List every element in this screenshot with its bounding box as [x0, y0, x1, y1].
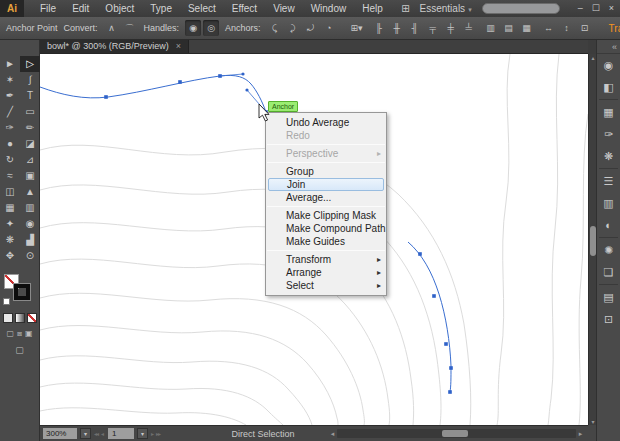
- lasso-tool[interactable]: ∫: [20, 72, 40, 88]
- align-to-selection-icon[interactable]: ⊡: [577, 20, 593, 36]
- distribute-vertical-icon[interactable]: ▤: [501, 20, 517, 36]
- v-spacing-icon[interactable]: ↕: [559, 20, 575, 36]
- screen-mode-button[interactable]: ▢: [0, 345, 39, 355]
- column-graph-tool[interactable]: ▟: [20, 232, 40, 248]
- align-center-h-icon[interactable]: ╫: [389, 20, 405, 36]
- menu-item-transform[interactable]: Transform▸: [266, 253, 386, 266]
- pencil-tool[interactable]: ✏: [20, 120, 40, 136]
- menu-item-select[interactable]: Select▸: [266, 279, 386, 292]
- blend-tool[interactable]: ◉: [20, 216, 40, 232]
- color-panel-icon[interactable]: ◉: [597, 54, 620, 76]
- menu-item-make-compound-path[interactable]: Make Compound Path: [266, 222, 386, 235]
- menu-file[interactable]: File: [32, 0, 64, 17]
- menu-edit[interactable]: Edit: [64, 0, 97, 17]
- selection-tool[interactable]: ►: [0, 56, 20, 72]
- close-button[interactable]: ×: [609, 0, 614, 17]
- draw-behind-icon[interactable]: ⧈: [17, 329, 22, 339]
- menu-view[interactable]: View: [265, 0, 303, 17]
- artboards-icon[interactable]: ⊡: [597, 308, 620, 330]
- menu-item-average[interactable]: Average...: [266, 191, 386, 204]
- search-input[interactable]: [482, 3, 560, 14]
- align-left-icon[interactable]: ╟: [371, 20, 387, 36]
- vertical-scrollbar[interactable]: ▴ ▾: [588, 54, 596, 425]
- document-tab[interactable]: bowl* @ 300% (RGB/Preview) ×: [40, 40, 189, 53]
- menu-help[interactable]: Help: [354, 0, 391, 17]
- menu-item-join[interactable]: Join: [268, 178, 384, 191]
- align-menu-icon[interactable]: ⊞▾: [349, 20, 365, 36]
- prev-artboard-button[interactable]: ◂: [101, 430, 103, 437]
- color-mode-button[interactable]: [3, 313, 13, 323]
- gradient-mode-button[interactable]: [15, 313, 25, 323]
- zoom-tool[interactable]: ⊙: [20, 248, 40, 264]
- direct-selection-tool[interactable]: ▷: [20, 56, 40, 72]
- menu-item-make-clipping-mask[interactable]: Make Clipping Mask: [266, 209, 386, 222]
- graphic-styles-icon[interactable]: ❏: [597, 261, 620, 283]
- hide-handles-icon[interactable]: ◎: [203, 20, 219, 36]
- paintbrush-tool[interactable]: ✑: [0, 120, 20, 136]
- add-anchor-icon[interactable]: ⤸: [285, 20, 301, 36]
- stroke-swatch[interactable]: [14, 284, 30, 300]
- isolate-selected-icon[interactable]: ◔: [321, 20, 337, 36]
- none-mode-button[interactable]: [27, 313, 37, 323]
- zoom-dropdown-button[interactable]: ▾: [80, 428, 91, 439]
- workspace-switcher[interactable]: Essentials▾: [420, 3, 472, 14]
- perspective-grid-tool[interactable]: ▲: [20, 184, 40, 200]
- draw-normal-icon[interactable]: ▢: [6, 329, 14, 339]
- menu-item-group[interactable]: Group: [266, 165, 386, 178]
- artboard-dropdown-button[interactable]: ▾: [137, 428, 148, 439]
- shape-builder-tool[interactable]: ◫: [0, 184, 20, 200]
- horizontal-scroll-track[interactable]: [337, 429, 576, 438]
- draw-inside-icon[interactable]: ▣: [25, 329, 33, 339]
- convert-to-corner-icon[interactable]: ∧: [104, 20, 120, 36]
- layers-icon[interactable]: ▤: [597, 286, 620, 308]
- next-artboard-button[interactable]: ▸: [151, 430, 153, 437]
- gradient-tool[interactable]: ▥: [20, 200, 40, 216]
- transparency-icon[interactable]: ◐: [597, 214, 620, 236]
- zoom-level-input[interactable]: 300%: [43, 428, 77, 439]
- align-right-icon[interactable]: ╢: [407, 20, 423, 36]
- menu-object[interactable]: Object: [97, 0, 142, 17]
- menu-item-make-guides[interactable]: Make Guides: [266, 235, 386, 248]
- last-artboard-button[interactable]: ▸▸: [156, 430, 160, 437]
- line-segment-tool[interactable]: ╱: [0, 104, 20, 120]
- distribute-horizontal-icon[interactable]: ▥: [483, 20, 499, 36]
- horizontal-scroll-thumb[interactable]: [442, 430, 468, 437]
- scale-tool[interactable]: ⊿: [20, 152, 40, 168]
- pen-tool[interactable]: ✒: [0, 88, 20, 104]
- align-top-icon[interactable]: ╤: [425, 20, 441, 36]
- rotate-tool[interactable]: ↻: [0, 152, 20, 168]
- default-fill-stroke-icon[interactable]: [3, 298, 10, 305]
- width-tool[interactable]: ≈: [0, 168, 20, 184]
- symbol-sprayer-tool[interactable]: ❋: [0, 232, 20, 248]
- color-guide-icon[interactable]: ◧: [597, 76, 620, 98]
- eraser-tool[interactable]: ◪: [20, 136, 40, 152]
- gradient-icon[interactable]: ▥: [597, 192, 620, 214]
- stroke-icon[interactable]: ☰: [597, 170, 620, 192]
- first-artboard-button[interactable]: ◂◂: [94, 430, 98, 437]
- cut-path-icon[interactable]: ⤾: [303, 20, 319, 36]
- appearance-icon[interactable]: ✺: [597, 239, 620, 261]
- magic-wand-tool[interactable]: ✶: [0, 72, 20, 88]
- artboard-number-input[interactable]: 1: [108, 428, 134, 439]
- app-grid-icon[interactable]: ⊞: [401, 3, 409, 14]
- menu-type[interactable]: Type: [142, 0, 180, 17]
- rectangle-tool[interactable]: ▭: [20, 104, 40, 120]
- symbols-icon[interactable]: ❋: [597, 145, 620, 167]
- scroll-right-icon[interactable]: ▸: [576, 430, 585, 438]
- brushes-icon[interactable]: ✑: [597, 123, 620, 145]
- menu-window[interactable]: Window: [303, 0, 355, 17]
- restore-button[interactable]: ☐: [592, 0, 600, 17]
- transform-link[interactable]: Transform: [609, 23, 620, 34]
- horizontal-scrollbar[interactable]: ◂ ▸: [328, 428, 585, 440]
- align-middle-icon[interactable]: ╪: [443, 20, 459, 36]
- canvas[interactable]: Anchor Undo AverageRedoPerspective▸Group…: [40, 54, 588, 425]
- eyedropper-tool[interactable]: ✦: [0, 216, 20, 232]
- mesh-tool[interactable]: ▦: [0, 200, 20, 216]
- menu-item-arrange[interactable]: Arrange▸: [266, 266, 386, 279]
- type-tool[interactable]: T: [20, 88, 40, 104]
- menu-effect[interactable]: Effect: [224, 0, 265, 17]
- align-bottom-icon[interactable]: ╧: [461, 20, 477, 36]
- menu-item-undo-average[interactable]: Undo Average: [266, 116, 386, 129]
- show-handles-icon[interactable]: ◉: [185, 20, 201, 36]
- blob-brush-tool[interactable]: ●: [0, 136, 20, 152]
